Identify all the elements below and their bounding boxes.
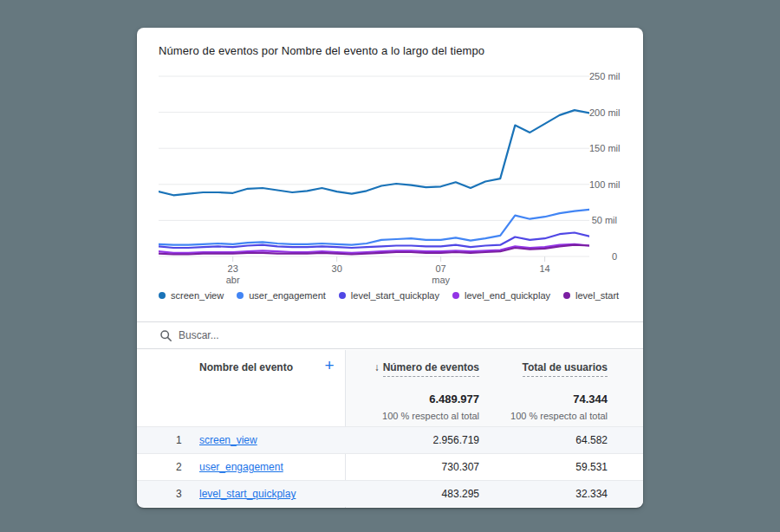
y-axis-tick-label: 200 mil: [589, 107, 617, 118]
table-row: 2user_engagement730.30759.531: [137, 453, 643, 480]
event-name-link[interactable]: user_engagement: [199, 461, 283, 473]
y-axis-tick-label: 250 mil: [589, 71, 617, 81]
event-count-value: 483.295: [442, 488, 479, 500]
legend-item-level_start[interactable]: level_start: [563, 290, 619, 301]
legend-item-screen_view[interactable]: screen_view: [159, 290, 224, 301]
x-axis-tick-label: 30: [332, 263, 342, 275]
line-chart-canvas: [159, 69, 589, 269]
legend-dot-icon: [237, 292, 244, 299]
user-count-value: 64.582: [575, 434, 608, 446]
analytics-report-card: Número de eventos por Nombre del evento …: [137, 28, 643, 508]
legend-item-level_end_quickplay[interactable]: level_end_quickplay: [452, 290, 550, 301]
legend-label: level_start: [575, 290, 619, 301]
x-axis-tick-label: 14: [539, 263, 549, 275]
row-index: 3: [176, 488, 193, 500]
search-input[interactable]: [179, 329, 439, 341]
y-axis-tick-label: 0: [589, 251, 617, 262]
chart-legend: screen_viewuser_engagementlevel_start_qu…: [159, 290, 632, 301]
series-line-screen_view: [159, 110, 589, 195]
column-header-numero-de-eventos[interactable]: ↓Número de eventos: [374, 361, 479, 373]
row-index: 1: [176, 434, 193, 446]
legend-label: user_engagement: [249, 290, 326, 301]
legend-label: level_end_quickplay: [465, 290, 550, 301]
event-count-value: 730.307: [442, 461, 479, 473]
event-name-link[interactable]: screen_view: [199, 434, 257, 446]
user-count-value: 59.531: [575, 461, 608, 473]
row-index: 2: [176, 461, 193, 473]
column-header-total-de-usuarios[interactable]: Total de usuarios: [523, 361, 608, 373]
table-header-row: Nombre del evento + ↓Número de eventos T…: [137, 350, 643, 386]
total-users-percent: 100 % respecto al total: [510, 411, 608, 421]
sort-descending-icon: ↓: [374, 361, 380, 373]
legend-dot-icon: [452, 292, 459, 299]
add-dimension-button[interactable]: +: [319, 355, 340, 376]
search-icon: [160, 330, 172, 341]
y-axis-tick-label: 150 mil: [589, 143, 617, 153]
table-body: 1screen_view2.956.71964.5822user_engagem…: [137, 426, 643, 507]
user-count-value: 32.334: [575, 488, 608, 500]
table-totals-row: 6.489.977 100 % respecto al total 74.344…: [137, 386, 643, 426]
legend-item-level_start_quickplay[interactable]: level_start_quickplay: [339, 290, 439, 301]
x-axis-tick-label: 07may: [432, 263, 450, 286]
y-axis-tick-label: 100 mil: [589, 179, 617, 190]
chart-title: Número de eventos por Nombre del evento …: [159, 44, 484, 57]
legend-dot-icon: [159, 292, 166, 299]
total-users-value: 74.344: [573, 393, 608, 405]
event-name-link[interactable]: level_start_quickplay: [199, 488, 296, 500]
page-background: { "page": { "background": "#66787f", "ca…: [0, 0, 780, 532]
table-row: 3level_start_quickplay483.29532.334: [137, 480, 643, 507]
y-axis-tick-label: 50 mil: [589, 215, 617, 225]
table-search-bar: [137, 321, 643, 349]
legend-label: screen_view: [171, 290, 224, 301]
legend-dot-icon: [339, 292, 346, 299]
events-table: Nombre del evento + ↓Número de eventos T…: [137, 350, 643, 508]
legend-item-user_engagement[interactable]: user_engagement: [237, 290, 326, 301]
x-axis-tick-label: 23abr: [226, 263, 240, 286]
event-count-value: 2.956.719: [433, 434, 479, 446]
legend-label: level_start_quickplay: [351, 290, 439, 301]
series-line-level_start_quickplay: [159, 233, 589, 249]
legend-dot-icon: [563, 292, 570, 299]
total-events-percent: 100 % respecto al total: [382, 411, 479, 421]
table-row: 1screen_view2.956.71964.582: [137, 426, 643, 453]
dimension-column-header: Nombre del evento: [199, 361, 293, 373]
total-events-value: 6.489.977: [429, 393, 479, 405]
